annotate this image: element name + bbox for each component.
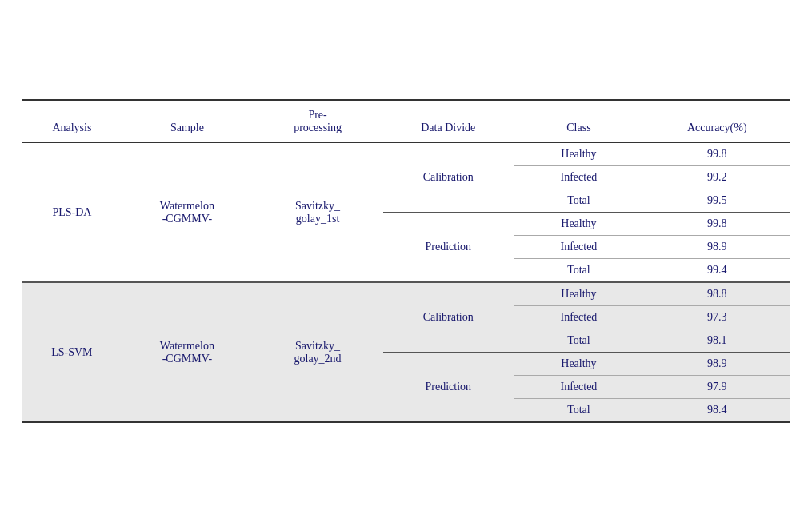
- cell-acc-cal-infected-lssvm: 97.3: [644, 306, 790, 329]
- cell-acc-cal-healthy-lssvm: 98.8: [644, 282, 790, 306]
- cell-calibration-lssvm: Calibration: [383, 282, 514, 353]
- cell-sample-lssvm: Watermelon-CGMMV-: [122, 282, 252, 422]
- cell-calibration-plsda: Calibration: [383, 143, 514, 213]
- cell-class-cal-healthy-lssvm: Healthy: [514, 282, 644, 306]
- cell-class-cal-total-lssvm: Total: [514, 329, 644, 353]
- cell-preprocessing-lssvm: Savitzky_golay_2nd: [252, 282, 382, 422]
- cell-acc-cal-total-lssvm: 98.1: [644, 329, 790, 353]
- cell-class-cal-infected-plsda: Infected: [514, 166, 644, 189]
- cell-analysis-plsda: PLS-DA: [22, 143, 122, 283]
- table-row: PLS-DA Watermelon-CGMMV- Savitzky_golay_…: [22, 143, 790, 166]
- header-analysis: Analysis: [22, 100, 122, 143]
- header-preprocessing: Pre-processing: [252, 100, 382, 143]
- cell-acc-pred-infected-plsda: 98.9: [644, 236, 790, 259]
- header-datadivide: Data Divide: [383, 100, 514, 143]
- table-container: Analysis Sample Pre-processing Data Divi…: [22, 99, 790, 423]
- table-row: LS-SVM Watermelon-CGMMV- Savitzky_golay_…: [22, 282, 790, 306]
- cell-class-cal-healthy-plsda: Healthy: [514, 143, 644, 166]
- cell-acc-pred-infected-lssvm: 97.9: [644, 376, 790, 399]
- data-table: Analysis Sample Pre-processing Data Divi…: [22, 99, 790, 423]
- cell-class-pred-infected-lssvm: Infected: [514, 376, 644, 399]
- cell-preprocessing-plsda: Savitzky_golay_1st: [252, 143, 382, 283]
- cell-acc-pred-healthy-plsda: 99.8: [644, 213, 790, 236]
- header-class: Class: [514, 100, 644, 143]
- cell-analysis-lssvm: LS-SVM: [22, 282, 122, 422]
- cell-class-pred-total-plsda: Total: [514, 259, 644, 283]
- cell-class-pred-healthy-plsda: Healthy: [514, 213, 644, 236]
- header-row: Analysis Sample Pre-processing Data Divi…: [22, 100, 790, 143]
- header-accuracy: Accuracy(%): [644, 100, 790, 143]
- cell-acc-pred-total-lssvm: 98.4: [644, 399, 790, 423]
- cell-acc-cal-total-plsda: 99.5: [644, 189, 790, 213]
- cell-class-cal-infected-lssvm: Infected: [514, 306, 644, 329]
- cell-class-pred-infected-plsda: Infected: [514, 236, 644, 259]
- cell-acc-cal-infected-plsda: 99.2: [644, 166, 790, 189]
- cell-sample-plsda: Watermelon-CGMMV-: [122, 143, 252, 283]
- cell-prediction-lssvm: Prediction: [383, 353, 514, 423]
- cell-class-pred-total-lssvm: Total: [514, 399, 644, 423]
- cell-class-cal-total-plsda: Total: [514, 189, 644, 213]
- cell-acc-pred-healthy-lssvm: 98.9: [644, 353, 790, 376]
- cell-acc-pred-total-plsda: 99.4: [644, 259, 790, 283]
- header-sample: Sample: [122, 100, 252, 143]
- cell-acc-cal-healthy-plsda: 99.8: [644, 143, 790, 166]
- cell-class-pred-healthy-lssvm: Healthy: [514, 353, 644, 376]
- cell-prediction-plsda: Prediction: [383, 213, 514, 283]
